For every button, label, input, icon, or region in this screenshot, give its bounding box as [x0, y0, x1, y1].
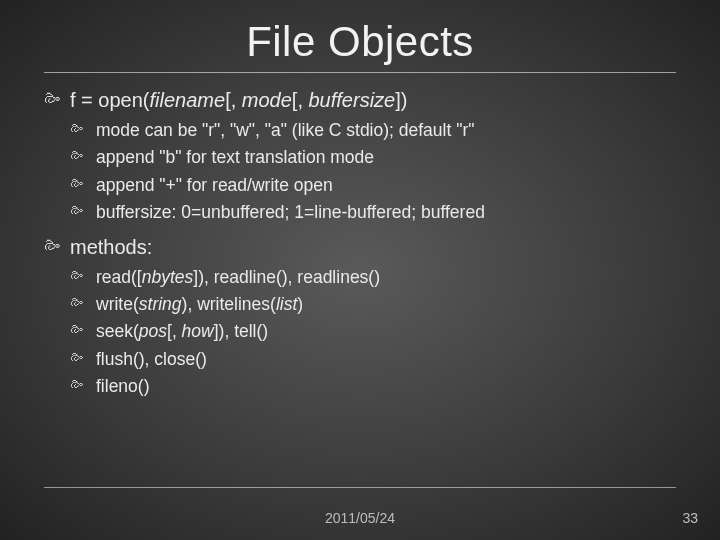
t: [, — [225, 89, 242, 111]
item-open: f = open(filename[, mode[, buffersize]) … — [44, 87, 676, 226]
arg-string: string — [139, 294, 182, 314]
t: f = open( — [70, 89, 150, 111]
footer-rule — [44, 487, 676, 488]
m-write: write(string), writelines(list) — [70, 292, 676, 317]
sub-buffersize: buffersize: 0=unbuffered; 1=line-buffere… — [70, 200, 676, 225]
t: seek( — [96, 321, 139, 341]
page-title: File Objects — [44, 18, 676, 66]
t: read([ — [96, 267, 142, 287]
arg-list: list — [276, 294, 297, 314]
sub-mode: mode can be "r", "w", "a" (like C stdio)… — [70, 118, 676, 143]
title-rule — [44, 72, 676, 73]
methods-sublist: read([nbytes]), readline(), readlines() … — [70, 265, 676, 400]
content-list: f = open(filename[, mode[, buffersize]) … — [44, 87, 676, 399]
footer-date: 2011/05/24 — [0, 510, 720, 526]
t: ]) — [395, 89, 407, 111]
t: [, — [292, 89, 309, 111]
m-seek: seek(pos[, how]), tell() — [70, 319, 676, 344]
arg-filename: filename — [150, 89, 226, 111]
arg-how: how — [182, 321, 214, 341]
arg-pos: pos — [139, 321, 167, 341]
t: ), writelines( — [182, 294, 276, 314]
m-read: read([nbytes]), readline(), readlines() — [70, 265, 676, 290]
open-sublist: mode can be "r", "w", "a" (like C stdio)… — [70, 118, 676, 226]
sub-b: append "b" for text translation mode — [70, 145, 676, 170]
m-fileno: fileno() — [70, 374, 676, 399]
arg-buffersize: buffersize — [309, 89, 396, 111]
t: ]), tell() — [214, 321, 268, 341]
methods-label: methods: — [70, 236, 152, 258]
sub-plus: append "+" for read/write open — [70, 173, 676, 198]
t: ) — [297, 294, 303, 314]
m-flush: flush(), close() — [70, 347, 676, 372]
t: write( — [96, 294, 139, 314]
footer-page-number: 33 — [682, 510, 698, 526]
arg-mode: mode — [242, 89, 292, 111]
slide: File Objects f = open(filename[, mode[, … — [0, 0, 720, 540]
arg-nbytes: nbytes — [142, 267, 194, 287]
t: [, — [167, 321, 182, 341]
item-methods: methods: read([nbytes]), readline(), rea… — [44, 234, 676, 400]
t: ]), readline(), readlines() — [193, 267, 380, 287]
